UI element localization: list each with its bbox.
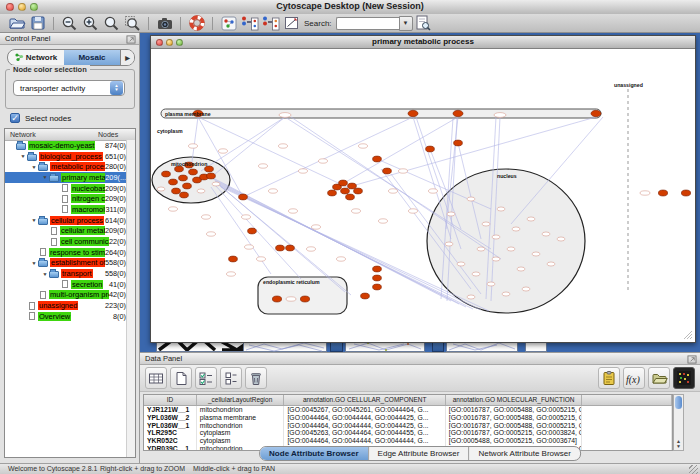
zoom-fit-icon[interactable] [101, 15, 122, 32]
tree-row-label: multi-organism process [49, 290, 109, 299]
status-welcome: Welcome to Cytoscape 2.8.1 [8, 465, 97, 472]
status-zoom-hint: Right-click + drag to ZOOM [100, 465, 185, 472]
tab-network[interactable]: Network [8, 50, 64, 65]
tab-network-attribute-browser[interactable]: Network Attribute Browser [468, 447, 579, 460]
tree-row[interactable]: Overview8(0) [5, 311, 128, 322]
file-icon [29, 312, 35, 320]
attribute-editor-icon[interactable] [598, 367, 620, 389]
function-builder-icon[interactable]: f(x) [623, 367, 645, 389]
matrix-view-icon[interactable] [673, 367, 695, 389]
enhanced-search-icon[interactable] [413, 15, 434, 32]
search-input[interactable] [336, 17, 399, 30]
search-dropdown-icon[interactable]: ▼ [399, 16, 413, 31]
tree-row[interactable]: unassigned223(0) [5, 300, 128, 311]
table-row[interactable]: YPL036W__1mitochondrion[GO:0044464, GO:0… [144, 422, 672, 430]
data-panel-toolbar: f(x) [140, 365, 700, 392]
table-column-header[interactable] [582, 395, 672, 405]
zoom-in-icon[interactable] [80, 15, 101, 32]
tab-node-attribute-browser[interactable]: Node Attribute Browser [260, 447, 368, 460]
endoplasmic-reticulum-label: endoplasmic reticulum [263, 279, 320, 285]
tree-row[interactable]: multi-organism process42(0) [5, 290, 128, 301]
network-view-titlebar[interactable]: primary metabolic process [151, 36, 695, 49]
tree-row[interactable]: cellular metabolic209(0) [5, 226, 128, 237]
table-column-header[interactable]: _cellularLayoutRegion [197, 395, 285, 405]
tree-row[interactable]: macromolecule311(0) [5, 204, 128, 215]
zoom-out-icon[interactable] [59, 15, 80, 32]
disclosure-icon[interactable]: ▼ [30, 164, 38, 169]
tree-row[interactable]: mosaic-demo-yeast874(0) [5, 140, 128, 151]
tab-mosaic[interactable]: Mosaic [64, 50, 120, 65]
tab-edge-attribute-browser[interactable]: Edge Attribute Browser [368, 447, 469, 460]
tree-row-count: 558(0) [105, 269, 128, 278]
disclosure-icon[interactable]: ▼ [30, 260, 38, 265]
tree-row-label: nitrogen compound [71, 194, 105, 203]
network-tab-icon [15, 53, 24, 62]
canvas-resize-grip[interactable] [684, 331, 692, 339]
folder-icon [38, 218, 48, 225]
scrollbar-arrows-icon[interactable]: ▲▼ [674, 439, 683, 449]
disclosure-icon[interactable]: ▼ [41, 175, 49, 180]
tree-column-nodes[interactable]: Nodes [98, 129, 118, 140]
window-titlebar[interactable]: Cytoscape Desktop (New Session) [0, 0, 700, 15]
export-snapshot-icon[interactable] [154, 15, 175, 32]
delete-attribute-icon[interactable] [245, 367, 267, 389]
disclosure-icon[interactable]: ▼ [41, 271, 49, 276]
help-lifering-icon[interactable] [186, 15, 207, 32]
tree-row[interactable]: cell communication22(0) [5, 236, 128, 247]
network-canvas[interactable]: plasma membrane cytoplasm mitochondrion … [151, 49, 695, 342]
table-row[interactable]: YKR052Ccytoplasm[GO:0044464, GO:0044444,… [144, 437, 672, 445]
table-cell: plasma membrane [197, 414, 285, 422]
tree-row[interactable]: ▼primary metabolic process209(... [5, 172, 128, 183]
attribute-select-icon[interactable] [145, 367, 167, 389]
node-color-select[interactable]: transporter activity ▲▼ [13, 80, 125, 96]
table-row[interactable]: YPL036W__2plasma membrane[GO:0044464, GO… [144, 414, 672, 422]
tree-row[interactable]: nitrogen compound209(0) [5, 193, 128, 204]
tree-row[interactable]: secretion41(0) [5, 279, 128, 290]
tree-row[interactable]: ▼establishment of localization558(0) [5, 258, 128, 269]
tree-row[interactable]: ▼metabolic process280(0) [5, 161, 128, 172]
table-column-header[interactable]: annotation.GO MOLECULAR_FUNCTION [446, 395, 582, 405]
table-cell: [GO:0016787, GO:0005488, GO:0005215, G..… [446, 414, 582, 422]
scrollbar-thumb[interactable] [675, 396, 682, 409]
table-row[interactable]: YLR295Ccytoplasm[GO:0045263, GO:0044464,… [144, 429, 672, 437]
tree-row[interactable]: nucleobase-containing209(0) [5, 183, 128, 194]
tree-scrollbar[interactable] [126, 140, 135, 457]
window-resize-grip[interactable] [689, 465, 698, 474]
table-cell [582, 406, 672, 414]
select-nodes-checkbox[interactable]: ✓ [10, 113, 20, 123]
table-row[interactable]: YJR121W__1mitochondrion[GO:0045267, GO:0… [144, 406, 672, 414]
data-panel-title: Data Panel [140, 353, 700, 365]
table-cell: mitochondrion [197, 406, 285, 414]
tree-row-count: 874(0) [105, 141, 128, 150]
tab-overflow-icon[interactable]: ▶ [120, 50, 134, 65]
float-panel-icon[interactable] [126, 35, 136, 48]
network-view-title: primary metabolic process [151, 37, 695, 46]
layout-icon[interactable] [260, 15, 281, 32]
select-all-attributes-icon[interactable] [195, 367, 217, 389]
network-overview-icon[interactable] [218, 15, 239, 32]
tree-column-network[interactable]: Network [10, 129, 36, 140]
tree-row[interactable]: response to stimulus264(0) [5, 247, 128, 258]
attribute-table[interactable]: ID_cellularLayoutRegionannotation.GO CEL… [143, 394, 673, 451]
unselect-all-attributes-icon[interactable] [220, 367, 242, 389]
tree-row-label: establishment of localization [50, 258, 105, 267]
create-attribute-icon[interactable] [170, 367, 192, 389]
zoom-selected-icon[interactable] [122, 15, 143, 32]
network-tree-rows: mosaic-demo-yeast874(0)▼biological_proce… [5, 140, 128, 322]
table-cell: [GO:0016787, GO:0005215, GO:0003824, G..… [446, 429, 582, 437]
file-icon [62, 184, 68, 192]
table-column-header[interactable]: annotation.GO CELLULAR_COMPONENT [284, 395, 445, 405]
annotation-icon[interactable] [281, 15, 302, 32]
save-session-icon[interactable] [27, 15, 48, 32]
table-scrollbar[interactable]: ▲▼ [673, 394, 684, 451]
disclosure-icon[interactable]: ▼ [30, 217, 38, 222]
tree-row[interactable]: ▼cellular process614(0) [5, 215, 128, 226]
import-attributes-icon[interactable] [648, 367, 670, 389]
disclosure-icon[interactable]: ▼ [19, 153, 27, 158]
tree-row[interactable]: ▼transport558(0) [5, 268, 128, 279]
open-file-icon[interactable] [6, 15, 27, 32]
network-view-frame[interactable]: primary metabolic process [150, 35, 696, 343]
tree-row[interactable]: ▼biological_process651(0) [5, 151, 128, 162]
vizmapper-icon[interactable] [239, 15, 260, 32]
table-column-header[interactable]: ID [144, 395, 197, 405]
